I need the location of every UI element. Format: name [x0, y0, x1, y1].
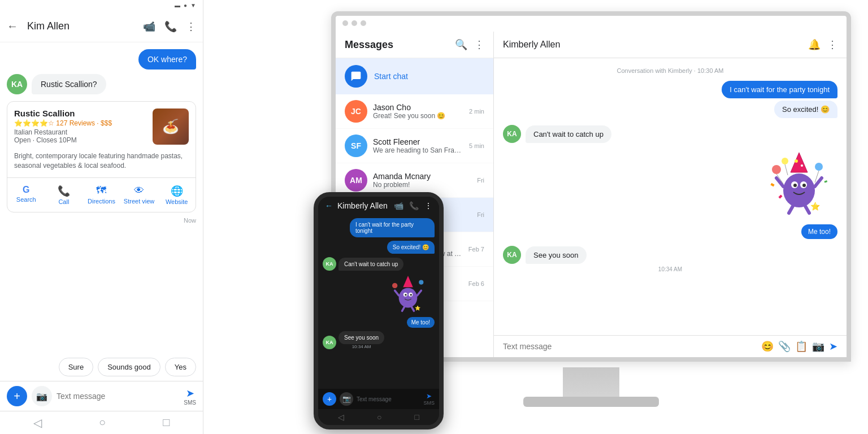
smart-replies-area: Sure Sounds good Yes	[0, 353, 203, 381]
svg-line-12	[805, 205, 809, 213]
message-avatar: KA	[503, 246, 521, 264]
chat-message-input[interactable]	[503, 342, 757, 351]
svg-line-30	[417, 290, 421, 296]
chat-panel-contact-name: Kimberly Allen	[503, 40, 560, 50]
sidebar-search-icon[interactable]: 🔍	[455, 38, 467, 51]
phone-msg-see-soon: KA See you soon 10:34 AM	[323, 331, 435, 349]
battery-icon: ▼	[190, 2, 196, 8]
streetview-label: Street view	[124, 198, 154, 205]
conversation-item-scott[interactable]: SF Scott Fleener We are heading to San F…	[336, 129, 493, 163]
smart-reply-sounds-good[interactable]: Sounds good	[98, 358, 160, 376]
conv-time: Feb 6	[468, 280, 484, 287]
phone-bubble: Can't wait to catch up	[338, 258, 403, 271]
close-dot	[342, 20, 348, 26]
phone-input-placeholder[interactable]: Text message	[357, 396, 420, 402]
restaurant-hours: Open · Closes 10PM	[14, 136, 147, 144]
home-nav-icon[interactable]: ○	[99, 416, 106, 429]
svg-text:⭐: ⭐	[810, 202, 821, 211]
sms-send-button[interactable]: ➤ SMS	[184, 387, 196, 406]
phone-call-icon[interactable]: 📞	[409, 201, 419, 210]
message-bubble-left: KA Rustic Scallion?	[7, 74, 196, 94]
directions-action[interactable]: 🗺 Directions	[83, 183, 120, 207]
phone-avatar: KA	[323, 336, 336, 349]
svg-line-17	[785, 164, 788, 175]
message-bubble: See you soon	[526, 246, 587, 264]
back-nav-icon[interactable]: ◁	[33, 416, 42, 429]
svg-rect-19	[770, 183, 774, 186]
message-input[interactable]	[57, 392, 179, 401]
conv-name: Jason Cho	[373, 103, 463, 112]
conv-preview: No problem!	[373, 181, 471, 189]
phone-more-icon[interactable]: ⋮	[424, 201, 432, 210]
conv-avatar-jason: JC	[345, 100, 367, 123]
phone-sticker-area: ⭐	[323, 274, 432, 314]
phone-sms-send[interactable]: ➤ SMS	[423, 392, 435, 406]
notification-icon[interactable]: 🔔	[808, 38, 821, 51]
smart-reply-yes[interactable]: Yes	[165, 358, 196, 376]
restaurant-description: Bright, contemporary locale featuring ha…	[7, 151, 196, 177]
phone-mid-header: ← Kimberly Allen 📹 📞 ⋮	[318, 197, 439, 214]
conv-preview: Great! See you soon 😊	[373, 112, 463, 120]
phone-msg-left: KA Can't wait to catch up	[323, 257, 435, 271]
message-right-metoo: Me too!	[801, 224, 837, 239]
phone-msg-right: I can't wait for the party tonight	[350, 218, 435, 237]
emoji-icon[interactable]: 😊	[761, 340, 774, 353]
search-action[interactable]: G Search	[7, 183, 45, 207]
more-options-icon[interactable]: ⋮	[186, 20, 196, 33]
middle-phone: ← Kimberly Allen 📹 📞 ⋮ I can't wait for …	[314, 192, 444, 429]
conversation-item-jason[interactable]: JC Jason Cho Great! See you soon 😊 2 min	[336, 94, 493, 129]
svg-point-34	[419, 280, 423, 285]
phone-recents-nav[interactable]: □	[415, 413, 419, 422]
phone-back-button[interactable]: ←	[325, 201, 333, 210]
wifi-icon: ●	[184, 2, 187, 8]
message-bubble-emoji: So excited! 😊	[774, 101, 837, 118]
svg-marker-0	[791, 153, 808, 172]
voice-call-icon[interactable]: 📞	[164, 20, 177, 33]
streetview-action[interactable]: 👁 Street view	[120, 183, 158, 207]
call-action[interactable]: 📞 Call	[45, 183, 83, 207]
phone-home-nav[interactable]: ○	[377, 413, 381, 422]
sticker: ⭐	[765, 150, 833, 218]
phone-mid-chat-area: I can't wait for the party tonight So ex…	[318, 214, 439, 389]
recents-nav-icon[interactable]: □	[163, 416, 170, 429]
contact-name: Kim Allen	[27, 20, 143, 32]
attach-icon[interactable]: 📎	[778, 340, 791, 353]
svg-rect-21	[778, 194, 782, 198]
message-input-bar: + 📷 ➤ SMS	[0, 381, 203, 411]
svg-rect-20	[824, 180, 827, 183]
message-avatar: KA	[503, 125, 521, 143]
send-icon[interactable]: ➤	[829, 340, 837, 353]
back-button[interactable]: ←	[7, 20, 18, 33]
smart-reply-sure[interactable]: Sure	[59, 358, 93, 376]
sidebar-title: Messages	[345, 39, 393, 51]
more-options-icon[interactable]: ⋮	[827, 38, 837, 51]
conv-time: Feb 7	[468, 246, 484, 253]
phone-video-icon[interactable]: 📹	[394, 201, 403, 210]
phone-back-nav[interactable]: ◁	[338, 413, 344, 422]
phone-contact-name: Kimberly Allen	[337, 201, 389, 210]
start-chat-item[interactable]: Start chat	[336, 58, 493, 94]
call-label: Call	[58, 198, 69, 205]
phone-bubble: See you soon	[338, 331, 384, 344]
restaurant-image: 🍝	[153, 108, 189, 145]
phone-add-button[interactable]: +	[323, 392, 336, 406]
video-call-icon[interactable]: 📹	[143, 20, 155, 33]
sticker-icon[interactable]: 📋	[795, 340, 808, 353]
sidebar-more-icon[interactable]: ⋮	[474, 38, 484, 51]
conv-time: Fri	[477, 177, 484, 184]
camera-button[interactable]: 📷	[32, 386, 52, 406]
website-icon: 🌐	[171, 185, 183, 197]
directions-icon: 🗺	[96, 185, 106, 197]
svg-line-31	[402, 306, 405, 311]
conv-time: 2 min	[469, 108, 484, 115]
image-icon[interactable]: 📷	[812, 340, 824, 353]
phone-camera-button[interactable]: 📷	[340, 392, 353, 406]
chat-input-bar: 😊 📎 📋 📷 ➤	[494, 335, 847, 357]
svg-point-7	[793, 184, 797, 187]
avatar: KA	[7, 74, 27, 94]
navigation-bar: ◁ ○ □	[0, 411, 203, 434]
add-button[interactable]: +	[7, 386, 27, 406]
phone-mid-nav-bar: ◁ ○ □	[318, 409, 439, 425]
svg-point-14	[782, 158, 788, 164]
website-action[interactable]: 🌐 Website	[158, 183, 196, 207]
